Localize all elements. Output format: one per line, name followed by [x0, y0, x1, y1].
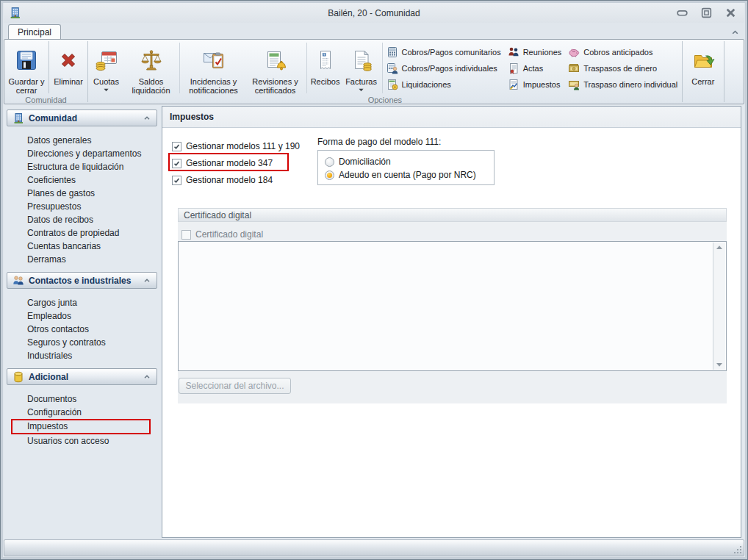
person-calculator-icon [386, 62, 398, 74]
ribbon-item-actas[interactable]: Actas [508, 60, 562, 76]
delete-button[interactable]: Eliminar [49, 40, 87, 95]
sidebar-list-contactos: Cargos junta Empleados Otros contactos S… [7, 289, 157, 368]
option-label: Traspaso dinero individual [583, 80, 677, 89]
building-icon [12, 112, 24, 124]
radio-domiciliacion[interactable]: Domiciliación [325, 155, 494, 168]
people-icon [508, 46, 519, 58]
option-label: Cobros/Pagos comunitarios [402, 48, 501, 57]
sidebar-item-datos-generales[interactable]: Datos generales [27, 134, 157, 147]
sidebar-item-empleados[interactable]: Empleados [27, 309, 157, 323]
sidebar-item-coeficientes[interactable]: Coeficientes [27, 173, 157, 187]
sidebar-item-planes-de-gastos[interactable]: Planes de gastos [27, 187, 157, 200]
sidebar-list-comunidad: Datos generales Direcciones y departamen… [7, 126, 157, 272]
chevron-up-icon[interactable] [143, 114, 151, 123]
ribbon-item-liquidaciones[interactable]: Liquidaciones [386, 76, 501, 93]
section-title: Comunidad [29, 113, 77, 123]
chevron-up-icon[interactable] [143, 373, 151, 381]
sidebar-section-contactos[interactable]: Contactos e industriales [7, 272, 157, 289]
document-seal-icon [508, 62, 519, 74]
sidebar-item-configuracion[interactable]: Configuración [27, 406, 157, 419]
checkbox-checked-icon[interactable] [172, 176, 181, 185]
ribbon-item-cobros-pagos-comunitarios[interactable]: Cobros/Pagos comunitarios [386, 44, 501, 60]
checkbox-label: Gestionar modelos 111 y 190 [186, 141, 300, 151]
main-panel: Impuestos Gestionar modelos 111 y 190 Ge… [162, 106, 741, 538]
sidebar-item-industriales[interactable]: Industriales [27, 349, 157, 362]
collapse-ribbon-icon[interactable] [730, 27, 740, 37]
certificate-textarea[interactable] [178, 241, 727, 371]
checkbox-certificado-digital[interactable]: Certificado digital [181, 228, 263, 241]
option-label: Cobros anticipados [583, 48, 652, 57]
document-coin-icon [386, 79, 398, 90]
checkbox-unchecked-icon[interactable] [181, 230, 191, 240]
section-title: Adicional [29, 372, 68, 382]
save-close-button[interactable]: Guardar y cerrar [4, 40, 48, 95]
certificate-group-header: Certificado digital [178, 208, 727, 222]
minimize-button[interactable] [676, 7, 688, 19]
revisiones-label: Revisiones y certificados [246, 77, 305, 95]
notepad-bell-icon [264, 43, 287, 77]
scales-icon [140, 43, 163, 77]
revisiones-button[interactable]: Revisiones y certificados [246, 40, 305, 95]
saldos-label: Saldos liquidación [125, 77, 178, 95]
checkbox-modelos-111-190[interactable]: Gestionar modelos 111 y 190 [172, 140, 300, 153]
chevron-up-icon[interactable] [143, 276, 151, 285]
radio-unselected-icon[interactable] [325, 157, 334, 167]
sidebar-item-otros-contactos[interactable]: Otros contactos [27, 323, 157, 336]
sidebar-item-datos-de-recibos[interactable]: Datos de recibos [27, 213, 157, 226]
sidebar-item-seguros-y-contratos[interactable]: Seguros y contratos [27, 336, 157, 349]
cuotas-button[interactable]: Cuotas [88, 40, 125, 95]
sidebar-item-estructura-de-liquidacion[interactable]: Estructura de liquidación [27, 160, 157, 173]
ribbon-item-reuniones[interactable]: Reuniones [508, 44, 562, 60]
ribbon-item-cobros-anticipados[interactable]: Cobros anticipados [568, 44, 677, 60]
ribbon-item-traspasos-de-dinero[interactable]: Traspasos de dinero [568, 60, 677, 76]
sidebar-item-cargos-junta[interactable]: Cargos junta [27, 296, 157, 309]
sidebar-item-usuarios-con-acceso[interactable]: Usuarios con acceso [27, 434, 157, 448]
sidebar-item-cuentas-bancarias[interactable]: Cuentas bancarias [27, 240, 157, 253]
incidencias-label: Incidencias y notificaciones [181, 77, 246, 95]
sidebar-item-derramas[interactable]: Derramas [27, 253, 157, 266]
close-button[interactable] [724, 7, 737, 19]
ribbon-item-traspaso-dinero-individual[interactable]: Traspaso dinero individual [568, 76, 677, 93]
tab-principal[interactable]: Principal [8, 24, 61, 40]
incidencias-button[interactable]: Incidencias y notificaciones [181, 40, 246, 95]
select-file-button[interactable]: Seleccionar del archivo... [179, 378, 291, 394]
money-icon [568, 62, 580, 74]
option-label: Traspasos de dinero [583, 64, 657, 73]
page-title: Impuestos [162, 107, 741, 128]
sidebar-item-presupuestos[interactable]: Presupuestos [27, 200, 157, 213]
sidebar-item-documentos[interactable]: Documentos [27, 392, 157, 406]
ribbon-item-cobros-pagos-individuales[interactable]: Cobros/Pagos individuales [386, 60, 501, 76]
saldos-liquidacion-button[interactable]: Saldos liquidación [125, 40, 178, 95]
sidebar-item-impuestos[interactable]: Impuestos [11, 419, 151, 434]
restore-button[interactable] [700, 7, 713, 19]
checkbox-label: Certificado digital [195, 229, 263, 240]
radio-selected-icon[interactable] [325, 170, 334, 180]
checkbox-checked-icon[interactable] [172, 142, 181, 151]
scroll-down-icon[interactable] [716, 362, 723, 367]
resize-grip[interactable] [733, 545, 743, 555]
ribbon-item-impuestos[interactable]: Impuestos [508, 76, 562, 93]
recibos-label: Recibos [311, 77, 340, 86]
scroll-up-icon[interactable] [716, 245, 723, 250]
radio-label: Domiciliación [339, 157, 391, 167]
save-close-label: Guardar y cerrar [4, 77, 48, 95]
cerrar-button[interactable]: Cerrar [683, 40, 724, 93]
ribbon-group-comunidad: Guardar y cerrar Eliminar Comunidad [4, 40, 87, 104]
status-bar [4, 539, 744, 556]
vertical-scrollbar[interactable] [713, 243, 725, 370]
checkbox-modelo-184[interactable]: Gestionar modelo 184 [172, 173, 273, 187]
facturas-button[interactable]: Facturas [342, 40, 381, 95]
sidebar-section-comunidad[interactable]: Comunidad [7, 110, 157, 126]
recibos-button[interactable]: Recibos [309, 40, 342, 95]
app-window: Bailén, 20 - Comunidad Principal Guardar… [0, 0, 748, 560]
sidebar-section-adicional[interactable]: Adicional [7, 368, 157, 385]
database-icon [12, 371, 24, 383]
sidebar-item-contratos-de-propiedad[interactable]: Contratos de propiedad [27, 226, 157, 240]
radio-label: Adeudo en cuenta (Pago por NRC) [339, 170, 476, 180]
save-icon [15, 43, 38, 77]
sidebar-item-direcciones-y-departamentos[interactable]: Direcciones y departamentos [27, 147, 157, 160]
cuotas-label: Cuotas [93, 77, 119, 86]
facturas-label: Facturas [345, 77, 377, 86]
radio-adeudo-en-cuenta[interactable]: Adeudo en cuenta (Pago por NRC) [325, 168, 494, 182]
sidebar-list-adicional: Documentos Configuración Impuestos Usuar… [7, 385, 157, 453]
